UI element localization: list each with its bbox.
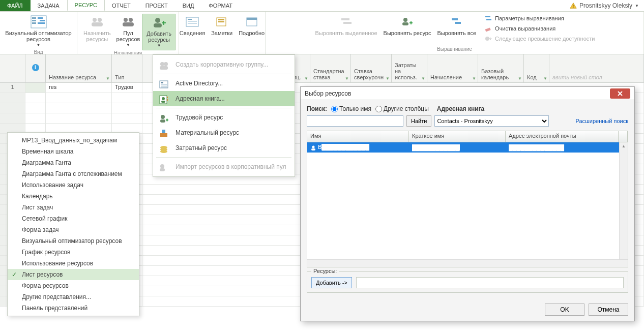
- menu-tab-format[interactable]: ФОРМАТ: [201, 0, 240, 11]
- row-number[interactable]: 1: [0, 83, 25, 93]
- view-item[interactable]: Другие представления...: [8, 291, 139, 302]
- col-short-name[interactable]: Краткое имя: [409, 131, 506, 142]
- notes-button[interactable]: Заметки: [209, 14, 235, 37]
- view-item-active[interactable]: ✓Лист ресурсов: [8, 269, 139, 280]
- cancel-button[interactable]: Отмена: [589, 304, 628, 316]
- add-resources-button[interactable]: Добавить ресурсы▼: [142, 14, 175, 50]
- view-item[interactable]: Использование задач: [8, 179, 139, 191]
- view-item[interactable]: График ресурсов: [8, 247, 139, 258]
- col-add-new[interactable]: авить новый стол: [549, 54, 644, 82]
- dd-address-book[interactable]: Адресная книга...: [153, 91, 295, 106]
- clear-leveling-button[interactable]: Очистка выравнивания: [483, 24, 596, 33]
- level-resource-button[interactable]: Выровнять ресурс: [382, 14, 433, 43]
- horizontal-scrollbar[interactable]: [307, 259, 628, 267]
- indicator-cell[interactable]: [25, 83, 46, 93]
- col-cost-per-use[interactable]: Затраты на использ.▼: [392, 54, 427, 82]
- contacts-table: Имя Краткое имя Адрес электронной почты …: [307, 131, 628, 267]
- menu-tab-resource[interactable]: РЕСУРС: [67, 0, 105, 11]
- view-item[interactable]: Диаграмма Ганта: [8, 157, 139, 168]
- dialog-titlebar[interactable]: Выбор ресурсов: [301, 87, 634, 100]
- directory-icon: [158, 79, 169, 90]
- col-name[interactable]: Имя: [307, 131, 409, 142]
- advanced-search-link[interactable]: Расширенный поиск: [575, 118, 628, 124]
- svg-rect-23: [188, 23, 197, 24]
- view-item[interactable]: Использование ресурсов: [8, 258, 139, 269]
- svg-point-38: [485, 37, 489, 41]
- col-standard-rate[interactable]: Стандартна ставка▼: [310, 54, 351, 82]
- ok-button[interactable]: OK: [545, 304, 584, 316]
- view-item[interactable]: Форма задач: [8, 224, 139, 235]
- name-cell[interactable]: res: [46, 83, 112, 93]
- menu-tab-file[interactable]: ФАЙЛ: [0, 0, 31, 11]
- svg-rect-2: [573, 7, 573, 8]
- user-dropdown-caret[interactable]: ▼: [635, 4, 639, 8]
- view-item[interactable]: Диаграмма Ганта с отслеживанием: [8, 168, 139, 179]
- svg-rect-22: [188, 21, 197, 22]
- level-res-icon: [399, 15, 416, 29]
- menu-tab-report[interactable]: ОТЧЕТ: [105, 0, 138, 11]
- resource-pool-button[interactable]: Пул ресурсов▼: [116, 14, 140, 50]
- visual-optimizer-button[interactable]: Визуальный оптимизатор ресурсов ▼: [3, 14, 74, 49]
- import-icon: [158, 162, 169, 173]
- menu-tab-view[interactable]: ВИД: [175, 0, 202, 11]
- svg-rect-52: [160, 119, 165, 123]
- close-button[interactable]: [610, 88, 630, 99]
- dd-cost-resource[interactable]: Затратный ресурс: [153, 140, 295, 156]
- vertical-scrollbar[interactable]: ▲: [619, 142, 628, 259]
- leveling-options-icon: [484, 14, 492, 22]
- resources-input[interactable]: [356, 277, 624, 288]
- view-item[interactable]: Сетевой график: [8, 213, 139, 224]
- col-indicator[interactable]: i: [25, 54, 46, 82]
- search-input[interactable]: [307, 115, 403, 127]
- view-item[interactable]: Визуальный оптимизатор ресурсов: [8, 235, 139, 247]
- svg-rect-6: [32, 22, 36, 24]
- svg-rect-33: [452, 18, 458, 20]
- dd-material-resource[interactable]: Материальный ресурс: [153, 125, 295, 140]
- view-item[interactable]: Календарь: [8, 191, 139, 202]
- col-type[interactable]: Тип: [112, 54, 142, 82]
- view-item[interactable]: Временная шкала: [8, 146, 139, 157]
- ribbon: Визуальный оптимизатор ресурсов ▼ Вид На…: [0, 12, 644, 54]
- leveling-options-button[interactable]: Параметры выравнивания: [483, 14, 596, 23]
- details-icon: [244, 15, 260, 29]
- dd-work-resource[interactable]: Трудовой ресурс: [153, 110, 295, 125]
- add-button[interactable]: Добавить ->: [311, 277, 352, 288]
- col-email[interactable]: Адрес электронной почты: [506, 131, 619, 142]
- user-area[interactable]: Prosnitskyy Oleksiy ▼: [570, 0, 644, 11]
- eraser-icon: [484, 24, 492, 33]
- radio-name-only[interactable]: Только имя: [331, 105, 371, 112]
- view-item[interactable]: Панель представлений: [8, 302, 139, 314]
- next-overallocation-icon: [484, 35, 492, 43]
- dd-active-directory[interactable]: Active Directory...: [153, 76, 295, 91]
- resources-group: Ресурсы: Добавить ->: [307, 271, 628, 293]
- type-cell[interactable]: Трудов: [112, 83, 142, 93]
- col-rownum[interactable]: [0, 54, 25, 82]
- svg-point-11: [98, 18, 102, 22]
- contact-icon: [310, 145, 316, 151]
- svg-rect-50: [167, 99, 168, 101]
- menu-tab-project[interactable]: ПРОЕКТ: [138, 0, 175, 11]
- col-accrual[interactable]: Начисление▼: [427, 54, 478, 82]
- contact-row[interactable]: В████████████ ████████████ █████████████…: [307, 142, 628, 153]
- col-resource-name[interactable]: Название ресурса▼: [46, 54, 112, 82]
- svg-rect-21: [188, 19, 192, 20]
- menu-tab-task[interactable]: ЗАДАЧА: [31, 0, 67, 11]
- address-book-select[interactable]: Contacts - Prosnitskyy: [434, 115, 549, 127]
- svg-rect-53: [160, 133, 164, 137]
- level-all-button[interactable]: Выровнять все: [435, 14, 478, 43]
- view-item[interactable]: MP13_Ввод_данных_по_задачам: [8, 135, 139, 146]
- svg-rect-62: [311, 148, 315, 150]
- view-item[interactable]: Лист задач: [8, 202, 139, 213]
- team-planner-icon: [31, 15, 47, 29]
- col-base-calendar[interactable]: Базовый календарь▼: [478, 54, 524, 82]
- information-button[interactable]: Сведения: [178, 14, 207, 37]
- find-button[interactable]: Найти: [406, 115, 431, 127]
- col-code[interactable]: Код▼: [524, 54, 549, 82]
- svg-rect-34: [455, 22, 461, 24]
- notes-icon: [214, 15, 230, 29]
- svg-rect-43: [161, 82, 163, 83]
- view-item[interactable]: Форма ресурсов: [8, 280, 139, 291]
- details-button[interactable]: Подробно: [237, 14, 267, 37]
- col-overtime-rate[interactable]: Ставка сверхурочн▼: [351, 54, 392, 82]
- radio-other-cols[interactable]: Другие столбцы: [375, 105, 429, 112]
